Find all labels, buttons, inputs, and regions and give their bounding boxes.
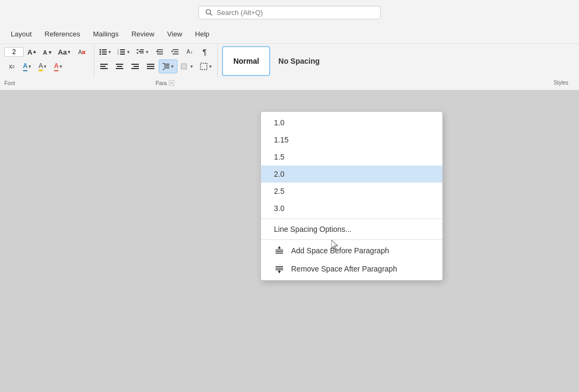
spacing-3-0-item[interactable]: 3.0 [261,200,442,217]
spacing-1-5-label: 1.5 [274,153,284,161]
svg-rect-41 [117,66,122,67]
spacing-1-15-label: 1.15 [274,135,288,144]
search-box[interactable] [198,6,381,19]
spacing-1-5-item[interactable]: 1.5 [261,148,442,165]
svg-rect-28 [157,51,163,52]
line-spacing-options-label: Line Spacing Options... [274,225,352,233]
spacing-2-0-label: 2.0 [274,170,284,178]
numbered-list-icon: 1. 2. 3. [117,48,126,56]
svg-rect-13 [102,51,107,52]
svg-rect-65 [276,269,283,270]
svg-rect-40 [116,64,123,65]
align-right-btn[interactable] [128,59,143,73]
paragraph-mark-icon: ¶ [202,48,211,56]
decrease-indent-icon [155,48,164,56]
ribbon-labels: Font Para Styles [0,78,579,88]
align-left-icon [100,62,108,71]
menu-item-help[interactable]: Help [190,28,215,40]
svg-point-11 [99,54,101,55]
search-input[interactable] [217,9,374,17]
multilevel-list-arrow: ▼ [145,50,149,55]
svg-rect-60 [276,253,283,254]
shading-icon [181,62,189,71]
align-left-btn[interactable] [96,59,112,73]
justify-btn[interactable] [143,59,158,73]
spacing-2-5-label: 2.5 [274,187,284,195]
paragraph-mark-btn[interactable]: ¶ [199,45,214,59]
line-spacing-options-item[interactable]: Line Spacing Options... [261,221,442,238]
clear-formatting-btn[interactable]: A [75,45,90,59]
text-color-label: A [54,62,59,71]
highlight-btn[interactable]: A ▼ [35,59,50,73]
spacing-1-15-item[interactable]: 1.15 [261,131,442,148]
align-center-btn[interactable] [112,59,127,73]
sort-btn[interactable]: A↓ [183,45,198,59]
decrease-font-btn[interactable]: A ▼ [40,45,55,59]
svg-rect-54 [181,64,187,69]
remove-space-after-item[interactable]: Remove Space After Paragraph [261,260,442,278]
svg-rect-33 [173,54,179,55]
highlight-icon: A [39,62,43,71]
paragraph-expand-icon[interactable] [169,80,174,86]
spacing-2-5-item[interactable]: 2.5 [261,183,442,200]
line-spacing-btn[interactable]: ▼ [159,59,178,73]
border-icon [199,62,208,71]
menu-item-mailings[interactable]: Mailings [88,28,124,40]
menu-item-view[interactable]: View [162,28,188,40]
subscript-btn[interactable]: x2 [4,59,19,73]
svg-rect-37 [100,64,108,65]
menu-item-references[interactable]: References [39,28,85,40]
spacing-2-0-item[interactable]: 2.0 [261,165,442,183]
menu-item-review[interactable]: Review [126,28,160,40]
style-no-spacing-card[interactable]: No Spacing [271,46,326,76]
border-arrow: ▼ [208,64,212,69]
ribbon-font-group: 2 A ▲ A ▼ Aa▼ A [4,45,94,77]
increase-font-btn[interactable]: A ▲ [24,45,39,59]
align-center-icon [115,62,124,71]
font-size-input[interactable]: 2 [4,47,24,57]
shading-btn[interactable]: ▼ [178,59,196,73]
svg-rect-43 [131,64,139,65]
increase-font-icon: A ▲ [27,48,36,56]
bullet-list-arrow: ▼ [108,50,112,55]
font-section-label: Font [4,80,154,86]
svg-rect-20 [120,54,125,55]
spacing-1-0-label: 1.0 [274,118,284,127]
decrease-indent-btn[interactable] [152,45,167,59]
svg-text:A↓: A↓ [187,49,193,55]
line-spacing-arrow: ▼ [170,64,175,69]
svg-rect-27 [157,49,163,50]
svg-rect-23 [137,52,138,54]
add-space-before-icon [274,246,285,255]
text-format-row: x2 A ▼ A ▼ A ▼ [4,59,90,73]
line-spacing-icon [162,62,170,71]
numbered-list-btn[interactable]: 1. 2. 3. ▼ [115,45,133,59]
svg-point-10 [99,51,101,53]
increase-indent-btn[interactable] [168,45,183,59]
alignment-row: ▼ ▼ ▼ [96,59,216,73]
add-space-before-item[interactable]: Add Space Before Paragraph [261,242,442,260]
bullet-list-btn[interactable]: ▼ [96,45,115,59]
svg-marker-52 [162,63,165,64]
svg-text:A: A [78,49,82,55]
style-normal-card[interactable]: Normal [222,46,270,76]
svg-rect-49 [164,64,169,65]
border-btn[interactable]: ▼ [197,59,215,73]
text-color-btn[interactable]: A ▼ [51,59,66,73]
svg-marker-34 [172,50,173,52]
highlight-arrow: ▼ [43,64,47,69]
font-color-btn[interactable]: A ▼ [20,59,35,73]
svg-rect-18 [120,49,125,50]
menu-item-layout[interactable]: Layout [5,28,37,40]
change-case-btn[interactable]: Aa▼ [55,45,74,59]
svg-rect-39 [100,68,108,69]
svg-rect-58 [276,250,283,251]
svg-rect-24 [140,49,144,50]
search-icon [205,9,212,16]
svg-rect-63 [276,266,283,267]
styles-section-label: Styles [554,80,568,86]
multilevel-list-btn[interactable]: ▼ [133,45,152,59]
remove-space-after-label: Remove Space After Paragraph [291,265,397,273]
svg-rect-50 [164,66,169,67]
spacing-1-0-item[interactable]: 1.0 [261,114,442,131]
